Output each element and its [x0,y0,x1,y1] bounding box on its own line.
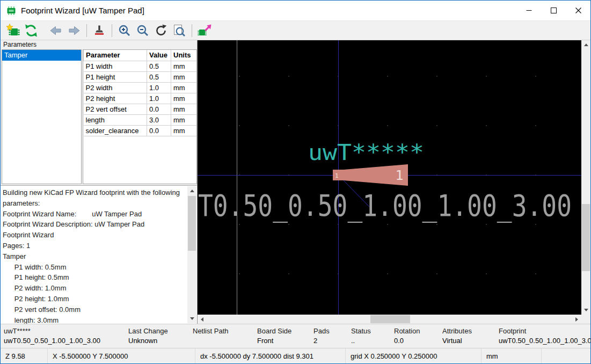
param-units-cell: mm [171,114,197,125]
info-field-footprint: Footprint uwT0.50_0.50_1.00_1.00_3.0 [495,324,590,348]
param-units-cell: mm [171,71,197,82]
zoom-out-icon [136,24,150,38]
info-field-rotation: Rotation 0.0 [391,324,439,348]
scroll-up-arrow[interactable] [187,186,196,195]
status-zoom: Z 9.58 [1,348,48,363]
status-relative-position: dx -5.500000 dy 7.500000 dist 9.301 [195,348,346,363]
toolbar-separator [86,24,87,37]
message-line: Pages: 1 [3,241,185,251]
canvas-horizontal-scrollbar[interactable] [198,315,581,324]
footprint-canvas[interactable]: 1 1 uwT***** T0.50_0.50_1.00_1.00_3.00 [198,40,581,315]
page-list-item[interactable]: Tamper [2,50,81,61]
export-footprint-icon [92,24,106,38]
zoom-in-button[interactable] [116,23,133,39]
scroll-down-arrow[interactable] [187,314,196,323]
scroll-right-arrow[interactable] [572,315,581,324]
pad-2-number: 1 [395,168,403,183]
window-controls [516,1,590,20]
param-value-cell[interactable]: 0.5 [147,61,171,71]
redraw-view-button[interactable] [153,23,169,39]
message-line: Footprint Wizard Name: uW Tamper Pad [3,209,185,220]
canvas-area: 1 1 uwT***** T0.50_0.50_1.00_1.00_3.00 [198,40,590,324]
main-area: Parameters Tamper Par [1,40,590,324]
message-line: Tamper [3,251,185,262]
left-panel: Parameters Tamper Par [1,40,198,324]
status-empty [542,348,590,363]
canvas-hscroll-thumb[interactable] [370,315,410,323]
window-title: Footprint Wizard [uW Tamper Pad] [21,6,144,15]
param-value-cell[interactable]: 0.0 [147,125,171,136]
select-wizard-button[interactable] [5,23,21,39]
param-units-cell: mm [171,93,197,104]
param-units-cell: mm [171,125,197,136]
footprint-wizard-icon [6,24,20,38]
info-field-attributes: Attributes Virtual [439,324,495,348]
message-line: P1 width: 0.5mm [3,262,185,273]
param-value-cell[interactable]: 3.0 [147,114,171,125]
toolbar-separator [192,24,192,37]
info-field-last-change: Last Change Unknown [125,324,189,348]
status-units: mm [481,348,542,363]
parameter-table: ParameterValueUnits P1 width 0.5 mm [83,49,197,184]
message-line: Footprint Wizard [3,230,185,241]
param-row: P2 width 1.0 mm [84,82,197,93]
param-value-cell[interactable]: 1.0 [147,82,171,93]
refresh-icon [24,24,38,38]
message-line: Building new KiCad FP Wizard footprint w… [3,187,185,209]
scroll-up-arrow[interactable] [581,40,590,49]
parameters-header: Parameters [1,40,197,49]
footprint-info-bar: uwT***** uwT0.50_0.50_1.00_1.00_3.00 Las… [1,324,590,348]
message-line: Footprint Wizard Description: uW Tamper … [3,219,185,230]
insert-to-board-button[interactable] [196,23,213,39]
canvas-vertical-scrollbar[interactable] [581,40,590,315]
param-value-cell[interactable]: 0.5 [147,71,171,82]
status-cursor-position: X -5.500000 Y 7.500000 [48,348,195,363]
footprint-wizard-window: Footprint Wizard [uW Tamper Pad] [0,0,591,364]
param-row: P2 height 1.0 mm [84,93,197,104]
reload-wizard-button[interactable] [23,23,39,39]
info-field-netlist-path: Netlist Path [189,324,254,348]
message-line: P2 width: 1.0mm [3,283,185,294]
info-field-status: Status .. [348,324,391,348]
param-row: P2 vert offset 0.0 mm [84,104,197,114]
message-line: length: 3.0mm [3,315,185,324]
export-footprint-button[interactable] [91,23,107,39]
previous-page-button[interactable] [48,23,64,39]
app-icon [6,5,17,16]
info-field-pads: Pads 2 [310,324,348,348]
scroll-left-arrow[interactable] [198,315,207,324]
scrollbar-corner [581,315,590,324]
param-name-cell: length [84,114,147,125]
footprint-value-text: T0.50_0.50_1.00_1.00_3.00 [198,188,572,223]
info-field-name: uwT***** uwT0.50_0.50_1.00_1.00_3.00 [1,324,125,348]
param-name-cell: P2 vert offset [84,104,147,114]
next-page-button[interactable] [66,23,82,39]
title-bar: Footprint Wizard [uW Tamper Pad] [1,1,590,20]
close-button[interactable] [566,1,590,20]
toolbar-separator [112,24,112,37]
footprint-drawing: 1 1 uwT***** T0.50_0.50_1.00_1.00_3.00 [198,40,581,315]
param-row: P1 height 0.5 mm [84,71,197,82]
message-line: P2 vert offset: 0.0mm [3,304,185,315]
arrow-right-icon [67,24,81,38]
param-value-cell[interactable]: 0.0 [147,104,171,114]
minimize-button[interactable] [516,1,541,20]
redraw-icon [154,24,168,38]
param-units-cell: mm [171,104,197,114]
insert-footprint-board-icon [198,24,211,38]
zoom-out-button[interactable] [135,23,151,39]
message-scrollbar[interactable] [187,186,196,323]
maximize-button[interactable] [541,1,566,20]
scroll-down-arrow[interactable] [581,305,590,315]
close-icon [575,8,581,13]
param-column-header: Units [171,50,197,61]
param-name-cell: P2 height [84,93,147,104]
param-name-cell: solder_clearance [84,125,147,136]
message-lines: Building new KiCad FP Wizard footprint w… [1,186,197,324]
param-value-cell[interactable]: 1.0 [147,93,171,104]
zoom-fit-icon [172,24,186,38]
param-units-cell: mm [171,82,197,93]
message-scroll-thumb[interactable] [188,196,196,251]
canvas-vscroll-thumb[interactable] [582,204,590,271]
zoom-fit-button[interactable] [171,23,187,39]
